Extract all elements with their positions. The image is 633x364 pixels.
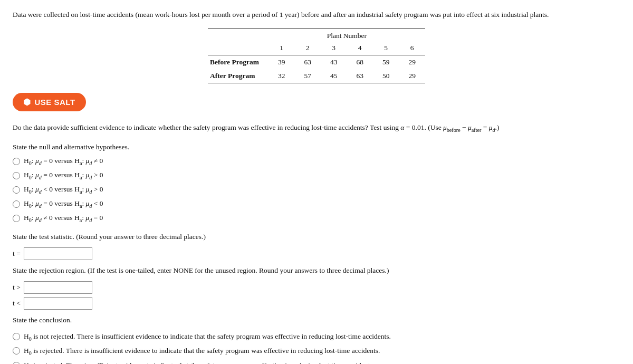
hypothesis-radio-4[interactable] — [13, 200, 20, 208]
col-header-1: 1 — [268, 43, 295, 55]
hypothesis-text-5: H0: μd ≠ 0 versus Ha: μd = 0 — [24, 213, 103, 224]
after-val-5: 50 — [373, 69, 399, 83]
t-stat-row: t = — [13, 247, 620, 260]
row-label-after: After Program — [208, 69, 268, 83]
t-equals-label: t = — [13, 248, 21, 259]
conclusion-option-1[interactable]: H0 is not rejected. There is insufficien… — [13, 331, 620, 343]
t-less-row: t < — [13, 297, 620, 310]
after-val-2: 57 — [294, 69, 321, 83]
col-header-3: 3 — [321, 43, 347, 55]
hypothesis-option-4[interactable]: H0: μd = 0 versus Ha: μd < 0 — [13, 198, 620, 210]
data-table-container: Plant Number 1 2 3 4 5 6 Before Program … — [13, 28, 620, 83]
conclusion-option-2[interactable]: H0 is rejected. There is insufficient ev… — [13, 346, 620, 357]
table-caption: Plant Number — [268, 29, 425, 43]
rejection-region-label: State the rejection region. (If the test… — [13, 265, 620, 276]
col-header-5: 5 — [373, 43, 399, 55]
before-val-5: 59 — [373, 55, 399, 69]
hypothesis-option-1[interactable]: H0: μd = 0 versus Ha: μd ≠ 0 — [13, 156, 620, 167]
conclusion-radio-1[interactable] — [13, 333, 20, 340]
hypothesis-text-3: H0: μd < 0 versus Ha: μd > 0 — [24, 184, 103, 196]
conclusion-group: H0 is not rejected. There is insufficien… — [13, 331, 620, 365]
conclusion-text-3: H0 is rejected. There is sufficient evid… — [24, 360, 375, 364]
before-val-1: 39 — [268, 55, 295, 69]
table-row-after: After Program 32 57 45 63 50 29 — [208, 69, 425, 83]
conclusion-label: State the conclusion. — [13, 315, 620, 325]
table-row-before: Before Program 39 63 43 68 59 29 — [208, 55, 425, 69]
use-salt-label: USE SALT — [35, 98, 75, 107]
hypothesis-radio-5[interactable] — [13, 215, 20, 222]
before-val-2: 63 — [294, 55, 321, 69]
hypothesis-option-2[interactable]: H0: μd = 0 versus Ha: μd > 0 — [13, 170, 620, 181]
t-stat-input[interactable] — [24, 247, 92, 260]
hypothesis-radio-2[interactable] — [13, 172, 20, 179]
conclusion-radio-3[interactable] — [13, 362, 20, 364]
intro-text: Data were collected on lost-time acciden… — [13, 9, 620, 20]
question-text: Do the data provide sufficient evidence … — [13, 122, 620, 135]
after-val-3: 45 — [321, 69, 347, 83]
t-less-label: t < — [13, 298, 21, 309]
t-greater-input[interactable] — [24, 281, 92, 294]
col-header-6: 6 — [399, 43, 425, 55]
t-less-input[interactable] — [24, 297, 92, 310]
row-label-before: Before Program — [208, 55, 268, 69]
after-val-1: 32 — [268, 69, 295, 83]
hypothesis-text-4: H0: μd = 0 versus Ha: μd < 0 — [24, 198, 103, 210]
hypothesis-option-3[interactable]: H0: μd < 0 versus Ha: μd > 0 — [13, 184, 620, 196]
conclusion-option-3[interactable]: H0 is rejected. There is sufficient evid… — [13, 360, 620, 364]
after-val-6: 29 — [399, 69, 425, 83]
hypotheses-group: H0: μd = 0 versus Ha: μd ≠ 0 H0: μd = 0 … — [13, 156, 620, 224]
test-stat-label: State the test statistic. (Round your an… — [13, 232, 620, 242]
conclusion-text-1: H0 is not rejected. There is insufficien… — [24, 331, 391, 343]
conclusion-text-2: H0 is rejected. There is insufficient ev… — [24, 346, 380, 357]
before-val-3: 43 — [321, 55, 347, 69]
hypothesis-radio-1[interactable] — [13, 158, 20, 165]
conclusion-radio-2[interactable] — [13, 347, 20, 355]
hypothesis-text-2: H0: μd = 0 versus Ha: μd > 0 — [24, 170, 103, 181]
t-greater-row: t > — [13, 281, 620, 294]
use-salt-button[interactable]: ⬢ USE SALT — [13, 93, 86, 111]
hypothesis-option-5[interactable]: H0: μd ≠ 0 versus Ha: μd = 0 — [13, 213, 620, 224]
after-val-4: 63 — [347, 69, 373, 83]
hypothesis-radio-3[interactable] — [13, 186, 20, 194]
col-header-4: 4 — [347, 43, 373, 55]
col-header-2: 2 — [294, 43, 321, 55]
before-val-6: 29 — [399, 55, 425, 69]
hypotheses-label: State the null and alternative hypothese… — [13, 142, 620, 152]
salt-icon: ⬢ — [23, 97, 31, 107]
hypothesis-text-1: H0: μd = 0 versus Ha: μd ≠ 0 — [24, 156, 103, 167]
t-greater-label: t > — [13, 282, 21, 293]
data-table: Plant Number 1 2 3 4 5 6 Before Program … — [208, 28, 425, 83]
before-val-4: 68 — [347, 55, 373, 69]
